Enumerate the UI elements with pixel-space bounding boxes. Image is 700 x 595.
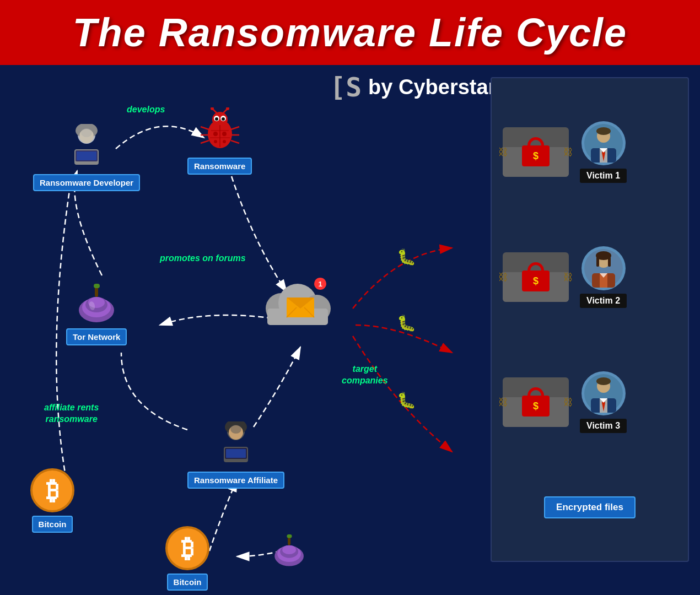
bitcoin-left-label: Bitcoin xyxy=(32,516,73,533)
cloud-container: 1 xyxy=(259,275,336,336)
lock-body-3: $ xyxy=(522,396,550,416)
victim-row-3: ⛓ $ ⛓ Victim 3 xyxy=(497,371,682,433)
affiliate-label: Ransomware Affiliate xyxy=(187,472,284,489)
bug-icon-3: 🐛 xyxy=(397,391,416,409)
victim-avatar-3 xyxy=(581,371,626,415)
svg-point-79 xyxy=(596,377,611,385)
ransomware-icon xyxy=(195,105,245,154)
svg-line-19 xyxy=(201,127,209,129)
svg-point-30 xyxy=(214,140,217,143)
lock-screen-1: ⛓ $ ⛓ xyxy=(503,127,569,177)
tor-icon xyxy=(72,275,121,325)
lock-assembly-2: $ xyxy=(522,262,550,291)
svg-rect-53 xyxy=(226,449,246,458)
victim-info-3: Victim 3 xyxy=(580,371,627,433)
svg-line-21 xyxy=(201,140,209,143)
svg-point-14 xyxy=(222,117,225,121)
node-developer: Ransomware Developer xyxy=(33,121,140,191)
node-bitcoin-left: ₿ Bitcoin xyxy=(30,468,74,533)
label-develops: develops xyxy=(127,105,165,115)
svg-point-5 xyxy=(81,128,92,137)
svg-rect-71 xyxy=(596,257,599,267)
node-cloud: 1 xyxy=(259,275,336,336)
chain-left-3: ⛓ xyxy=(498,396,508,408)
node-ransomware: Ransomware xyxy=(187,105,252,175)
victim-row-1: ⛓ $ ⛓ xyxy=(497,121,682,183)
victim-row-2: ⛓ $ ⛓ xyxy=(497,246,682,308)
victim-avatar-1 xyxy=(581,121,626,165)
developer-label: Ransomware Developer xyxy=(33,174,140,191)
notification-badge: 1 xyxy=(314,278,326,290)
svg-rect-37 xyxy=(94,284,100,288)
victim-avatar-2 xyxy=(581,246,626,290)
tor-bottom-icon xyxy=(270,529,309,567)
svg-rect-72 xyxy=(608,257,611,267)
lock-screen-3: ⛓ $ ⛓ xyxy=(503,377,569,427)
lock-body-2: $ xyxy=(522,271,550,291)
bug-icon-1: 🐛 xyxy=(397,248,416,266)
affiliate-icon xyxy=(211,419,261,468)
node-tor-bottom xyxy=(270,529,309,567)
victim-label-1: Victim 1 xyxy=(580,169,627,183)
ransomware-label: Ransomware xyxy=(187,158,252,175)
svg-line-22 xyxy=(231,127,239,129)
chain-right-1: ⛓ xyxy=(563,146,573,158)
chain-left-2: ⛓ xyxy=(498,271,508,283)
tor-label: Tor Network xyxy=(66,328,127,345)
label-promotes: promotes on forums xyxy=(160,253,246,263)
lock-assembly-1: $ xyxy=(522,137,550,166)
chain-left-1: ⛓ xyxy=(498,146,508,158)
svg-point-50 xyxy=(230,425,241,434)
bitcoin-left-icon: ₿ xyxy=(30,468,74,512)
node-affiliate: Ransomware Affiliate xyxy=(187,419,284,489)
svg-point-31 xyxy=(223,140,226,143)
svg-rect-59 xyxy=(287,534,292,538)
node-bitcoin-bottom: ₿ Bitcoin xyxy=(165,526,209,591)
svg-point-29 xyxy=(222,132,227,136)
victim-label-2: Victim 2 xyxy=(580,294,627,308)
svg-rect-8 xyxy=(77,152,96,160)
victims-panel: ⛓ $ ⛓ xyxy=(491,77,689,562)
svg-point-57 xyxy=(282,545,296,554)
bitcoin-bottom-icon: ₿ xyxy=(165,526,209,570)
bug-icon-2: 🐛 xyxy=(397,314,416,332)
page-title: The Ransomware Life Cycle xyxy=(17,10,683,55)
victim-info-2: Victim 2 xyxy=(580,246,627,308)
node-tor: Tor Network xyxy=(66,275,127,345)
svg-point-13 xyxy=(215,117,218,121)
label-target: targetcompanies xyxy=(342,364,388,387)
chain-right-2: ⛓ xyxy=(563,271,573,283)
lock-assembly-3: $ xyxy=(522,387,550,416)
victim-info-1: Victim 1 xyxy=(580,121,627,183)
panel-footer: Encrypted files xyxy=(544,496,636,518)
svg-point-28 xyxy=(213,132,218,136)
label-affiliate: affiliate rentsransomware xyxy=(44,402,99,425)
svg-line-24 xyxy=(231,140,239,143)
lock-body-1: $ xyxy=(522,145,550,166)
bitcoin-bottom-label: Bitcoin xyxy=(167,574,208,591)
developer-icon xyxy=(62,121,111,171)
lock-screen-2: ⛓ $ ⛓ xyxy=(503,252,569,302)
victim-label-3: Victim 3 xyxy=(580,419,627,433)
svg-point-62 xyxy=(596,127,611,135)
chain-right-3: ⛓ xyxy=(563,396,573,408)
header-bar: The Ransomware Life Cycle xyxy=(0,0,700,65)
